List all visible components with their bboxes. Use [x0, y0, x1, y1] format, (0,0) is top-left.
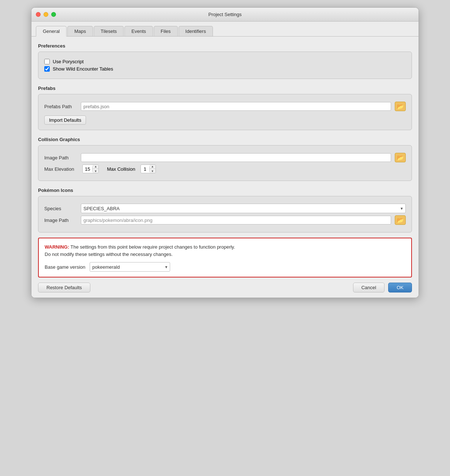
game-version-select-wrapper: pokeemerald ▼ — [90, 262, 170, 272]
collision-graphics-box: Image Path 📂 Max Elevation 15 ▲ ▼ Max Co… — [38, 145, 412, 181]
minimize-button[interactable] — [44, 12, 48, 17]
prefabs-path-label: Prefabs Path — [44, 104, 77, 109]
species-select-wrapper: SPECIES_ABRA ▼ — [81, 204, 406, 213]
traffic-lights — [36, 12, 56, 17]
max-elevation-up[interactable]: ▲ — [93, 165, 98, 169]
prefabs-path-row: Prefabs Path 📂 — [44, 102, 406, 111]
use-poryscript-label: Use Poryscript — [53, 59, 84, 64]
tab-tilesets[interactable]: Tilesets — [94, 26, 124, 36]
pokemon-folder-icon: 📂 — [397, 217, 404, 224]
use-poryscript-row: Use Poryscript — [44, 59, 406, 64]
main-content: Preferences Use Poryscript Show Wild Enc… — [31, 43, 419, 277]
game-version-select[interactable]: pokeemerald — [90, 262, 170, 272]
pokemon-image-path-row: Image Path 📂 — [44, 215, 406, 225]
preferences-box: Use Poryscript Show Wild Encounter Table… — [38, 52, 412, 79]
folder-icon: 📂 — [397, 103, 404, 110]
tab-events[interactable]: Events — [124, 26, 153, 36]
import-defaults-button[interactable]: Import Defaults — [44, 116, 86, 125]
max-elevation-arrows: ▲ ▼ — [93, 165, 98, 173]
pokemon-image-path-input[interactable] — [81, 216, 391, 224]
pokemon-icons-box: Species SPECIES_ABRA ▼ Image Path 📂 — [38, 196, 412, 233]
collision-image-path-input[interactable] — [81, 153, 391, 162]
warning-bold: WARNING: — [45, 244, 69, 250]
show-wild-encounters-row: Show Wild Encounter Tables — [44, 66, 406, 72]
maximize-button[interactable] — [51, 12, 56, 17]
prefabs-box: Prefabs Path 📂 Import Defaults — [38, 94, 412, 130]
species-select[interactable]: SPECIES_ABRA — [81, 204, 406, 213]
bottom-right-buttons: Cancel OK — [353, 283, 412, 292]
max-collision-arrows: ▲ ▼ — [150, 165, 155, 173]
max-elevation-down[interactable]: ▼ — [93, 169, 98, 173]
species-row: Species SPECIES_ABRA ▼ — [44, 204, 406, 213]
bottom-bar: Restore Defaults Cancel OK — [31, 277, 419, 298]
titlebar: Project Settings — [31, 8, 419, 22]
max-collision-spinbox: 1 ▲ ▼ — [140, 165, 156, 173]
tab-general[interactable]: General — [36, 26, 67, 37]
pokemon-icons-label: Pokémon Icons — [38, 188, 412, 193]
cancel-button[interactable]: Cancel — [353, 283, 385, 292]
show-wild-encounters-label: Show Wild Encounter Tables — [53, 66, 113, 72]
restore-defaults-button[interactable]: Restore Defaults — [38, 283, 90, 292]
pokemon-folder-button[interactable]: 📂 — [395, 215, 406, 225]
prefabs-folder-button[interactable]: 📂 — [395, 102, 406, 111]
collision-graphics-label: Collision Graphics — [38, 137, 412, 142]
pokemon-image-path-label: Image Path — [44, 218, 77, 223]
warning-box: WARNING: The settings from this point be… — [38, 238, 412, 277]
max-collision-label: Max Collision — [107, 166, 135, 172]
window-title: Project Settings — [208, 12, 241, 17]
warning-text: WARNING: The settings from this point be… — [45, 243, 405, 258]
prefabs-label: Prefabs — [38, 86, 412, 91]
max-collision-down[interactable]: ▼ — [150, 169, 155, 173]
preferences-label: Preferences — [38, 43, 412, 49]
collision-image-path-row: Image Path 📂 — [44, 153, 406, 162]
game-version-label: Base game version — [45, 264, 85, 270]
prefabs-path-input[interactable] — [81, 102, 391, 111]
max-collision-value: 1 — [141, 166, 150, 172]
tab-files[interactable]: Files — [154, 26, 177, 36]
max-elevation-value: 15 — [83, 166, 93, 172]
collision-folder-icon: 📂 — [397, 154, 404, 161]
max-elevation-label: Max Elevation — [44, 166, 77, 172]
close-button[interactable] — [36, 12, 41, 17]
show-wild-encounters-checkbox[interactable] — [44, 66, 50, 72]
species-label: Species — [44, 206, 77, 211]
max-elevation-spinbox: 15 ▲ ▼ — [82, 165, 99, 173]
ok-button[interactable]: OK — [388, 283, 412, 292]
elevation-collision-row: Max Elevation 15 ▲ ▼ Max Collision 1 ▲ ▼ — [44, 165, 406, 173]
collision-image-path-label: Image Path — [44, 155, 77, 160]
tab-bar: General Maps Tilesets Events Files Ident… — [31, 22, 419, 37]
project-settings-window: Project Settings General Maps Tilesets E… — [31, 7, 419, 298]
game-version-row: Base game version pokeemerald ▼ — [45, 262, 405, 272]
collision-folder-button[interactable]: 📂 — [395, 153, 406, 162]
tab-identifiers[interactable]: Identifiers — [179, 26, 213, 36]
warning-message: The settings from this point below requi… — [45, 244, 235, 257]
use-poryscript-checkbox[interactable] — [44, 59, 50, 64]
tab-maps[interactable]: Maps — [67, 26, 93, 36]
import-defaults-row: Import Defaults — [44, 113, 406, 125]
max-collision-up[interactable]: ▲ — [150, 165, 155, 169]
